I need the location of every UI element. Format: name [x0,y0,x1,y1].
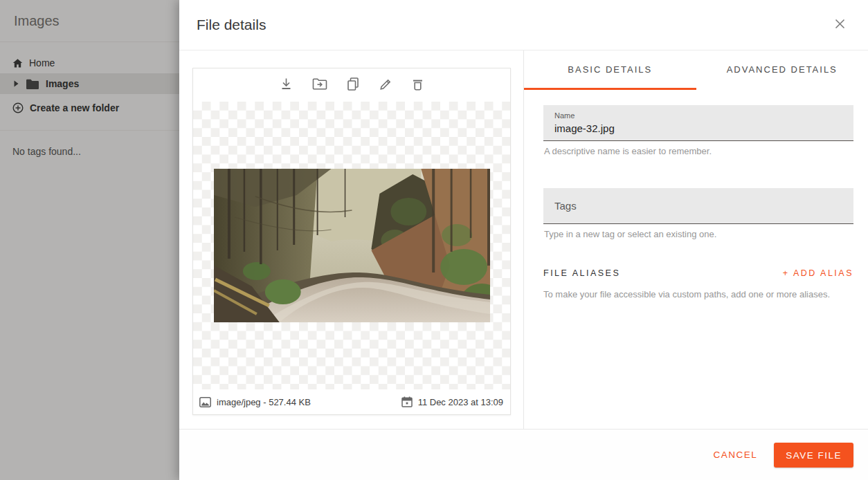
trash-icon [411,77,424,93]
tab-advanced-details[interactable]: ADVANCED DETAILS [696,50,868,90]
file-preview-image [214,169,490,322]
delete-button[interactable] [411,77,424,93]
move-to-folder-icon [312,77,327,93]
save-file-button[interactable]: SAVE FILE [774,443,853,468]
image-icon [199,397,211,407]
add-alias-button[interactable]: + ADD ALIAS [783,268,853,278]
preview-card: image/jpeg - 527.44 KB 11 Dec 2023 at 13… [192,68,511,415]
file-date: 11 Dec 2023 at 13:09 [401,396,503,407]
close-button[interactable] [832,17,847,33]
tags-field-hint: Type in a new tag or select an existing … [544,229,853,239]
media-library-sidebar: Images Home Images Create a new folder N… [0,0,179,480]
modal-footer: CANCEL SAVE FILE [179,429,868,480]
modal-body: image/jpeg - 527.44 KB 11 Dec 2023 at 13… [179,50,868,429]
file-date-text: 11 Dec 2023 at 13:09 [418,397,503,407]
file-type-size: image/jpeg - 527.44 KB [199,397,311,407]
modal-overlay[interactable] [0,0,179,480]
calendar-icon [401,396,413,407]
move-to-folder-button[interactable] [312,77,327,93]
tags-input[interactable] [554,200,842,212]
file-aliases-title: FILE ALIASES [543,268,620,278]
modal-header: File details [179,0,868,50]
modal-title: File details [197,17,832,33]
download-button[interactable] [279,77,293,93]
tags-field[interactable] [543,188,853,224]
preview-pane: image/jpeg - 527.44 KB 11 Dec 2023 at 13… [179,50,523,429]
preview-toolbar [193,68,510,102]
copy-icon [346,77,360,93]
file-aliases-hint: To make your file accessible via custom … [543,289,853,299]
name-input[interactable] [554,122,842,134]
name-field[interactable]: Name [543,105,853,141]
file-type-size-text: image/jpeg - 527.44 KB [217,397,311,407]
file-details-modal: File details [179,0,868,480]
download-icon [279,77,293,93]
preview-meta-bar: image/jpeg - 527.44 KB 11 Dec 2023 at 13… [193,389,510,414]
name-field-hint: A descriptive name is easier to remember… [544,146,853,156]
name-field-label: Name [554,111,842,120]
close-icon [834,18,846,32]
copy-button[interactable] [346,77,360,93]
cancel-button[interactable]: CANCEL [713,450,757,460]
tab-basic-details[interactable]: BASIC DETAILS [524,50,696,90]
pencil-icon [379,77,392,93]
transparency-checkerboard [193,102,510,389]
details-tabs: BASIC DETAILS ADVANCED DETAILS [524,50,868,90]
details-pane: BASIC DETAILS ADVANCED DETAILS Name A de… [523,50,868,429]
file-aliases-header: FILE ALIASES + ADD ALIAS [543,268,853,278]
basic-details-form: Name A descriptive name is easier to rem… [524,90,868,299]
rename-button[interactable] [379,77,392,93]
